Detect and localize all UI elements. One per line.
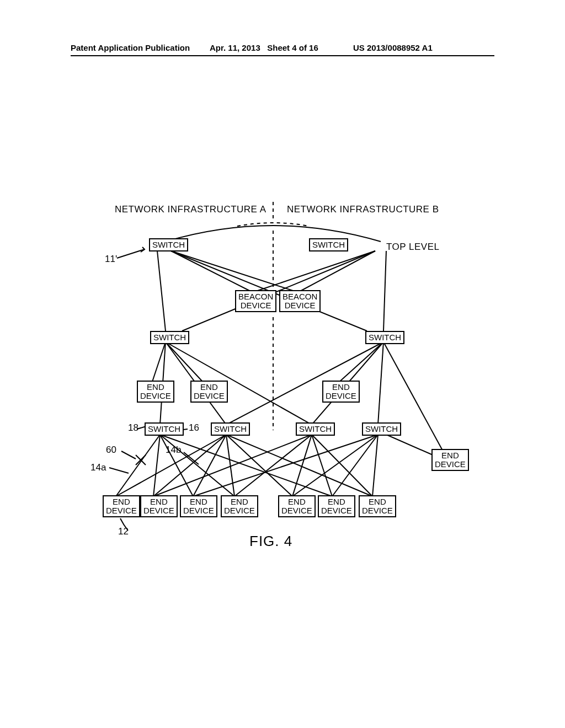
node-end-bot-1: END DEVICE [103,495,140,517]
ref-14b: 14b [166,445,181,456]
svg-line-36 [332,435,378,496]
svg-line-33 [312,435,332,496]
svg-line-18 [166,342,312,425]
node-beacon-b: BEACON DEVICE [279,290,321,312]
svg-line-45 [121,451,136,459]
node-beacon-a: BEACON DEVICE [235,290,276,312]
svg-line-23 [153,435,160,496]
svg-line-12 [166,342,204,383]
ref-60: 60 [106,445,116,456]
node-end-bot-3: END DEVICE [180,495,217,517]
node-end-bot-4: END DEVICE [221,495,258,517]
diagram-wires [0,0,565,728]
svg-line-46 [109,468,129,473]
svg-line-19 [226,342,383,425]
node-switch-low-2: SWITCH [211,422,250,436]
node-switch-mid-b: SWITCH [365,331,404,344]
svg-line-17 [378,342,383,425]
svg-line-10 [182,251,375,331]
svg-line-6 [253,251,375,292]
svg-line-34 [312,435,372,496]
node-end-bot-5: END DEVICE [278,495,316,517]
svg-line-5 [171,251,298,292]
node-end-bot-7: END DEVICE [359,495,396,517]
node-end-mid-2: END DEVICE [190,381,228,403]
svg-line-8 [383,251,386,331]
ref-11-prime: 11' [105,254,117,265]
node-end-bot-6: END DEVICE [318,495,355,517]
svg-line-3 [171,251,253,292]
node-switch-top-a: SWITCH [149,238,188,251]
patent-figure-page: Patent Application Publication Apr. 11, … [0,0,565,728]
svg-line-7 [157,251,166,331]
node-end-bot-2: END DEVICE [140,495,178,517]
node-switch-top-b: SWITCH [309,238,348,251]
node-end-mid-1: END DEVICE [137,381,174,403]
svg-line-4 [298,251,375,292]
ref-18: 18 [128,422,138,433]
node-switch-low-3: SWITCH [296,422,335,436]
node-switch-low-1: SWITCH [145,422,184,436]
svg-line-27 [153,435,226,496]
svg-line-30 [226,435,292,496]
node-switch-mid-a: SWITCH [150,331,189,344]
svg-line-20 [383,342,444,453]
node-end-mid-3: END DEVICE [322,381,360,403]
node-end-right: END DEVICE [431,449,469,471]
svg-line-37 [372,435,378,496]
ref-12: 12 [118,526,129,537]
ref-14a: 14a [90,462,106,473]
node-switch-low-4: SWITCH [362,422,401,436]
svg-line-32 [292,435,312,496]
svg-line-22 [116,435,160,496]
ref-16: 16 [189,422,199,433]
